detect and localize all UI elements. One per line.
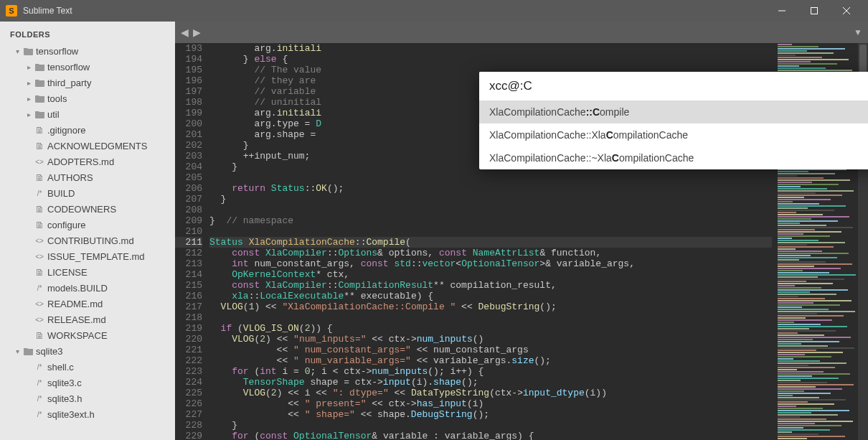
line-gutter: 1931941951961971981992002012022032042052… <box>175 43 209 440</box>
tree-item-label: LICENSE <box>47 267 88 278</box>
file-issue-template-md[interactable]: <>ISSUE_TEMPLATE.md <box>7 248 172 264</box>
folder-tensorflow[interactable]: ▸tensorflow <box>7 59 172 75</box>
tree-item-label: sqlite3.h <box>47 393 82 404</box>
file-adopters-md[interactable]: <>ADOPTERS.md <box>7 154 172 169</box>
tree-item-label: ACKNOWLEDGMENTS <box>47 141 147 151</box>
file-models-build[interactable]: /*models.BUILD <box>7 280 172 296</box>
tree-item-label: third_party <box>47 78 91 88</box>
code-file-icon: /* <box>33 395 46 403</box>
maximize-button[interactable] <box>798 0 830 22</box>
tree-item-label: sqlite3.c <box>47 378 82 388</box>
title-bar: S Sublime Text <box>0 0 868 22</box>
tree-item-label: tools <box>47 93 67 104</box>
tree-item-label: CONTRIBUTING.md <box>47 235 134 246</box>
code-file-icon: /* <box>33 189 46 197</box>
file-sqlite3-h[interactable]: /*sqlite3.h <box>7 390 172 406</box>
file-acknowledgments[interactable]: 🗎ACKNOWLEDGMENTS <box>7 138 172 154</box>
tree-item-label: AUTHORS <box>47 172 93 183</box>
folder-third-party[interactable]: ▸third_party <box>7 75 172 90</box>
folder-icon <box>33 79 46 87</box>
file-build[interactable]: /*BUILD <box>7 185 172 201</box>
file-contributing-md[interactable]: <>CONTRIBUTING.md <box>7 233 172 248</box>
window-title: Sublime Text <box>23 6 765 16</box>
tree-item-label: BUILD <box>47 188 75 199</box>
file-authors[interactable]: 🗎AUTHORS <box>7 169 172 185</box>
markdown-icon: <> <box>33 158 46 166</box>
file-license[interactable]: 🗎LICENSE <box>7 264 172 280</box>
nav-back-icon[interactable]: ◀ <box>181 27 189 38</box>
folder-tools[interactable]: ▸tools <box>7 90 172 106</box>
goto-result-item[interactable]: XlaCompilationCache::~XlaCompilationCach… <box>479 146 868 169</box>
folder-icon <box>33 111 46 118</box>
tab-menu-icon[interactable]: ▼ <box>854 27 862 37</box>
file-icon: 🗎 <box>33 267 46 278</box>
file-icon: 🗎 <box>33 330 46 341</box>
disclosure-triangle-icon[interactable]: ▾ <box>13 47 22 55</box>
editor-area: ◀ ▶ ▼ 1931941951961971981992002012022032… <box>175 22 868 440</box>
tree-item-label: .gitignore <box>47 125 85 136</box>
code-file-icon: /* <box>33 411 46 418</box>
markdown-icon: <> <box>33 253 46 261</box>
file-icon: 🗎 <box>33 141 46 151</box>
goto-results: XlaCompilationCache::CompileXlaCompilati… <box>479 100 868 169</box>
goto-symbol-overlay: XlaCompilationCache::CompileXlaCompilati… <box>479 72 868 169</box>
tree-item-label: models.BUILD <box>47 283 108 294</box>
sidebar-header: FOLDERS <box>0 22 175 43</box>
tree-item-label: ADOPTERS.md <box>47 156 114 167</box>
close-button[interactable] <box>830 0 862 22</box>
code-file-icon: /* <box>33 284 46 292</box>
file--gitignore[interactable]: 🗎.gitignore <box>7 122 172 138</box>
svg-rect-1 <box>811 8 817 14</box>
file-shell-c[interactable]: /*shell.c <box>7 359 172 375</box>
file-readme-md[interactable]: <>README.md <box>7 296 172 312</box>
folder-icon <box>33 95 46 103</box>
tree-item-label: sqlite3ext.h <box>47 409 95 420</box>
tree-item-label: tensorflow <box>36 46 78 57</box>
tree-item-label: RELEASE.md <box>47 314 106 325</box>
tree-item-label: CODEOWNERS <box>47 204 116 215</box>
folder-tree: ▾tensorflow▸tensorflow▸third_party▸tools… <box>0 43 175 428</box>
minimize-button[interactable] <box>765 0 798 22</box>
goto-input[interactable] <box>479 72 868 100</box>
tab-bar: ◀ ▶ ▼ <box>175 22 868 43</box>
file-icon: 🗎 <box>33 172 46 183</box>
tree-item-label: README.md <box>47 299 103 309</box>
app-logo: S <box>6 5 17 17</box>
folder-icon <box>22 47 34 55</box>
tree-item-label: WORKSPACE <box>47 330 108 341</box>
file-workspace[interactable]: 🗎WORKSPACE <box>7 327 172 343</box>
folder-util[interactable]: ▸util <box>7 106 172 122</box>
file-configure[interactable]: 🗎configure <box>7 217 172 233</box>
markdown-icon: <> <box>33 237 46 245</box>
folder-icon <box>33 63 46 71</box>
disclosure-triangle-icon[interactable]: ▸ <box>24 63 33 71</box>
code-file-icon: /* <box>33 379 46 387</box>
nav-forward-icon[interactable]: ▶ <box>193 27 201 38</box>
disclosure-triangle-icon[interactable]: ▸ <box>24 79 33 87</box>
file-icon: 🗎 <box>33 220 46 230</box>
file-icon: 🗎 <box>33 125 46 136</box>
code-file-icon: /* <box>33 363 46 371</box>
tree-item-label: tensorflow <box>47 62 90 72</box>
file-icon: 🗎 <box>33 204 46 215</box>
disclosure-triangle-icon[interactable]: ▸ <box>24 111 33 118</box>
file-release-md[interactable]: <>RELEASE.md <box>7 312 172 327</box>
markdown-icon: <> <box>33 300 46 308</box>
file-sqlite3-c[interactable]: /*sqlite3.c <box>7 375 172 390</box>
file-codeowners[interactable]: 🗎CODEOWNERS <box>7 201 172 217</box>
goto-result-item[interactable]: XlaCompilationCache::Compile <box>479 100 868 123</box>
tree-item-label: util <box>47 109 60 120</box>
tree-item-label: sqlite3 <box>36 346 63 357</box>
tree-item-label: ISSUE_TEMPLATE.md <box>47 251 145 262</box>
disclosure-triangle-icon[interactable]: ▾ <box>13 347 22 355</box>
tree-item-label: shell.c <box>47 362 74 373</box>
disclosure-triangle-icon[interactable]: ▸ <box>24 95 33 103</box>
markdown-icon: <> <box>33 316 46 324</box>
goto-result-item[interactable]: XlaCompilationCache::XlaCompilationCache <box>479 123 868 146</box>
folder-tensorflow[interactable]: ▾tensorflow <box>7 43 172 59</box>
tree-item-label: configure <box>47 220 85 230</box>
sidebar: FOLDERS ▾tensorflow▸tensorflow▸third_par… <box>0 22 175 440</box>
folder-icon <box>22 347 34 355</box>
file-sqlite3ext-h[interactable]: /*sqlite3ext.h <box>7 406 172 422</box>
folder-sqlite3[interactable]: ▾sqlite3 <box>7 343 172 359</box>
